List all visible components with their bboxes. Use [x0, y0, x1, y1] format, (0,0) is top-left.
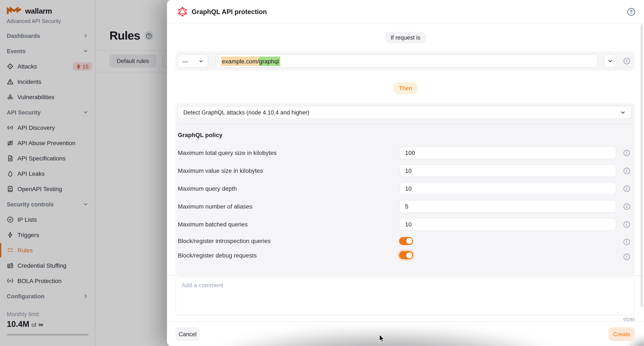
graphql-icon: [178, 7, 188, 16]
info-icon[interactable]: [623, 203, 630, 210]
modal-title: GraphQL API protection: [192, 8, 267, 15]
if-request-is-pill: If request is: [384, 32, 426, 43]
info-icon[interactable]: [623, 149, 630, 156]
info-icon[interactable]: [623, 253, 630, 261]
uri-domain-token: example.com/: [221, 56, 259, 66]
toggle-label: Block/register introspection queries: [178, 237, 271, 245]
field-label: Maximum value size in kilobytes: [178, 164, 263, 177]
toggle-label: Block/register debug requests: [178, 251, 256, 259]
bottom-shadow: [222, 328, 563, 346]
policy-heading: GraphQL policy: [178, 131, 222, 138]
divider: [178, 124, 632, 124]
action-select[interactable]: Detect GraphQL attacks (node 4.10.4 and …: [178, 106, 632, 119]
debug-requests-toggle[interactable]: [399, 251, 413, 259]
uri-input[interactable]: example.com/graphql: [216, 54, 598, 68]
chevron-down-icon: [607, 58, 613, 64]
divider: [167, 321, 644, 322]
info-icon[interactable]: [623, 238, 630, 246]
introspection-toggle[interactable]: [399, 237, 413, 245]
divider: [167, 275, 644, 276]
field-label: Maximum query depth: [178, 182, 237, 195]
then-pill: Then: [393, 82, 418, 94]
action-panel: Detect GraphQL attacks (node 4.10.4 and …: [176, 103, 635, 276]
field-label: Maximum batched queries: [178, 218, 248, 231]
condition-row: — example.com/graphql: [176, 51, 635, 71]
modal-scrollbar[interactable]: [640, 24, 643, 307]
modal-help-icon[interactable]: [626, 7, 636, 16]
chevron-down-icon: [198, 58, 204, 64]
mouse-cursor: [379, 335, 385, 345]
comment-counter: 0/240: [623, 317, 635, 322]
max-query-depth-input[interactable]: [399, 182, 616, 195]
info-icon[interactable]: [623, 167, 630, 174]
info-icon[interactable]: [623, 221, 630, 228]
field-label: Maximum number of aliases: [178, 200, 252, 213]
max-value-size-input[interactable]: [399, 164, 616, 177]
toggle-knob: [406, 252, 412, 258]
comment-textarea[interactable]: [176, 277, 635, 315]
condition-operator-select[interactable]: —: [178, 54, 208, 68]
max-aliases-input[interactable]: [399, 200, 616, 213]
graphql-protection-modal: GraphQL API protection If request is — e…: [167, 0, 644, 346]
info-icon[interactable]: [623, 57, 630, 65]
cancel-button[interactable]: Cancel: [176, 327, 200, 341]
create-button[interactable]: Create: [609, 327, 635, 341]
chevron-down-icon: [620, 110, 626, 115]
condition-expand-button[interactable]: [604, 54, 616, 68]
info-icon[interactable]: [623, 185, 630, 192]
field-label: Maximum total query size in kilobytes: [178, 146, 277, 159]
modal-header: GraphQL API protection: [167, 0, 644, 23]
max-batched-queries-input[interactable]: [399, 218, 616, 231]
toggle-knob: [406, 238, 412, 244]
uri-path-token: graphql: [259, 56, 280, 66]
app-root: wallarm Advanced API Security Dashboards…: [0, 0, 644, 346]
max-total-query-size-input[interactable]: [399, 146, 616, 159]
